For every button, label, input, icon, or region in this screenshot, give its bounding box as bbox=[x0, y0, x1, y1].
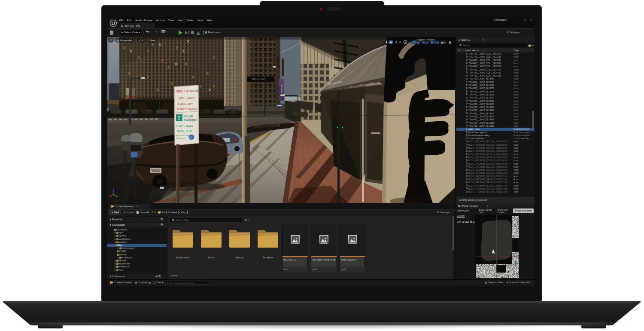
svg-text:▦: ▦ bbox=[449, 41, 452, 44]
svg-text:NO: NO bbox=[176, 89, 182, 93]
svg-text:10: 10 bbox=[417, 41, 420, 44]
svg-text:BRASS RAIL: BRASS RAIL bbox=[252, 78, 265, 80]
svg-text:STREET CLEANING: STREET CLEANING bbox=[177, 108, 197, 110]
svg-text:⇱: ⇱ bbox=[399, 41, 401, 44]
svg-text:✥: ✥ bbox=[390, 41, 392, 44]
svg-text:12°: 12° bbox=[425, 41, 430, 44]
svg-text:9am - 11am: 9am - 11am bbox=[179, 96, 194, 99]
svg-text:↺: ↺ bbox=[395, 40, 398, 44]
svg-text:PARKING: PARKING bbox=[184, 119, 197, 122]
svg-text:HOUR: HOUR bbox=[184, 115, 193, 118]
svg-text:2: 2 bbox=[178, 115, 180, 120]
svg-text:MON - FRI: MON - FRI bbox=[177, 129, 192, 132]
svg-text:TUESDAY: TUESDAY bbox=[177, 102, 194, 106]
svg-text:AREA No. 3: AREA No. 3 bbox=[176, 137, 185, 139]
svg-text:PARKING: PARKING bbox=[184, 89, 199, 93]
svg-text:L: L bbox=[191, 136, 192, 139]
svg-text:8am - 6pm: 8am - 6pm bbox=[176, 124, 193, 128]
svg-text:0.25: 0.25 bbox=[434, 41, 439, 44]
svg-text:⎁: ⎁ bbox=[408, 41, 411, 44]
svg-text:▣4: ▣4 bbox=[441, 41, 445, 44]
